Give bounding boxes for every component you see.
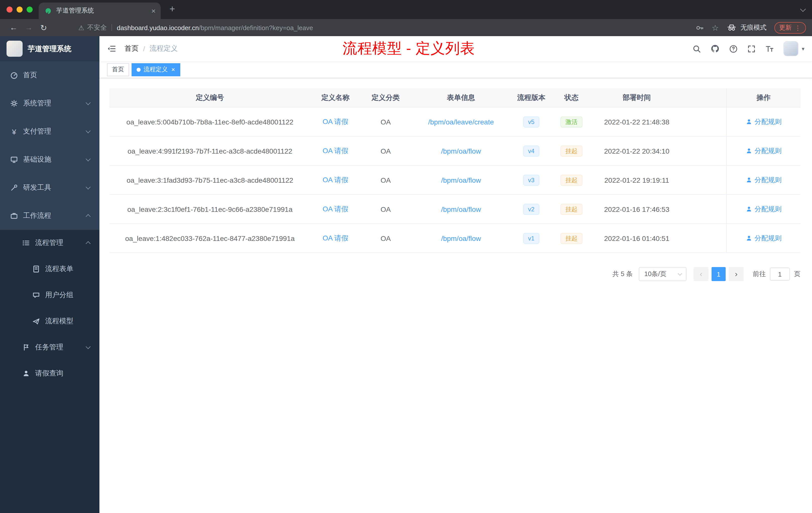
tab-search-chevron-icon[interactable] — [800, 6, 806, 12]
prev-page-button[interactable]: ‹ — [694, 267, 708, 281]
window-minimize-button[interactable] — [17, 6, 23, 12]
window-zoom-button[interactable] — [27, 6, 33, 12]
incognito-label: 无痕模式 — [741, 23, 766, 32]
user-icon — [746, 118, 752, 125]
assign-rule-link[interactable]: 分配规则 — [746, 234, 782, 243]
hamburger-icon[interactable] — [107, 44, 116, 53]
sidebar-item-workflow[interactable]: 工作流程 — [0, 202, 99, 230]
address-bar[interactable]: ⚠ 不安全 dashboard.yudao.iocoder.cn /bpm/ma… — [78, 23, 690, 32]
sidebar-item-task-mgmt[interactable]: 任务管理 — [0, 334, 99, 360]
column-header: 部署时间 — [591, 93, 682, 102]
version-badge: v3 — [523, 175, 539, 185]
definition-name-link[interactable]: OA 请假 — [323, 175, 348, 183]
form-link[interactable]: /bpm/oa/leave/create — [428, 118, 494, 126]
bookmark-star-icon[interactable]: ☆ — [712, 23, 719, 32]
assign-rule-link[interactable]: 分配规则 — [746, 205, 782, 214]
sidebar-item-system[interactable]: 系统管理 — [0, 89, 99, 117]
tag-active-dot — [137, 67, 141, 71]
sidebar-item-label: 流程表单 — [45, 265, 73, 274]
sidebar-item-process-form[interactable]: 流程表单 — [0, 256, 99, 282]
page-size-select[interactable]: 10条/页 — [639, 267, 687, 281]
form-link[interactable]: /bpm/oa/flow — [441, 234, 481, 242]
window-close-button[interactable] — [6, 6, 12, 12]
new-tab-button[interactable]: + — [166, 3, 179, 14]
tag-close-icon[interactable]: × — [171, 66, 175, 73]
sidebar-item-label: 请假查询 — [35, 369, 63, 378]
chevron-down-icon — [678, 271, 682, 276]
form-link[interactable]: /bpm/oa/flow — [441, 176, 481, 184]
url-divider — [111, 24, 112, 31]
sidebar-item-payment[interactable]: ¥ 支付管理 — [0, 117, 99, 146]
app: 芋道管理系统 首页 系统管理 ¥ 支付管理 — [0, 36, 812, 513]
update-label: 更新 — [779, 23, 792, 32]
navbar-right-cluster: ▾ — [693, 41, 805, 56]
gear-icon — [10, 99, 18, 108]
sidebar-item-process-model[interactable]: 流程模型 — [0, 308, 99, 334]
sidebar-item-label: 工作流程 — [23, 211, 51, 220]
page-content: 定义编号 定义名称 定义分类 表单信息 流程版本 状态 部署时间 操作 oa_l… — [99, 78, 812, 513]
search-icon[interactable] — [693, 44, 701, 53]
sidebar-item-label: 支付管理 — [23, 127, 51, 136]
form-link[interactable]: /bpm/oa/flow — [441, 205, 481, 213]
next-page-button[interactable]: › — [729, 267, 744, 281]
sidebar-item-leave-query[interactable]: 请假查询 — [0, 360, 99, 387]
definition-name-link[interactable]: OA 请假 — [323, 205, 348, 213]
tag-home[interactable]: 首页 — [107, 63, 129, 76]
incognito-badge: 无痕模式 — [726, 23, 766, 33]
forward-button[interactable]: → — [21, 23, 36, 32]
avatar[interactable] — [784, 41, 799, 56]
briefcase-icon — [10, 212, 18, 220]
tag-process-definition[interactable]: 流程定义 × — [132, 63, 180, 76]
sidebar-item-home[interactable]: 首页 — [0, 61, 99, 89]
assign-rule-label: 分配规则 — [754, 234, 782, 243]
update-button[interactable]: 更新 ⋮ — [774, 22, 806, 33]
tab-close-icon[interactable]: × — [151, 7, 156, 14]
tab-strip: 芋道管理系统 × + — [0, 0, 812, 19]
table-row: oa_leave:5:004b710b-7b8a-11ec-8ef0-acde4… — [110, 108, 801, 137]
help-icon[interactable] — [729, 44, 738, 53]
column-header: 定义编号 — [110, 93, 310, 102]
sidebar-item-infrastructure[interactable]: 基础设施 — [0, 146, 99, 174]
definition-id: oa_leave:2:3c1f0ef1-76b1-11ec-9c66-a2380… — [110, 205, 310, 213]
chevron-down-icon — [86, 344, 91, 349]
breadcrumb-separator: / — [143, 45, 145, 53]
pagination: 共 5 条 10条/页 ‹ 1 › 前往 页 — [110, 267, 801, 281]
definition-category: OA — [360, 147, 411, 155]
logo-avatar — [6, 41, 23, 57]
browser-menu-icon[interactable]: ⋮ — [795, 24, 801, 31]
version-badge: v5 — [523, 116, 539, 127]
github-icon[interactable] — [711, 44, 720, 53]
page-number-button[interactable]: 1 — [712, 267, 726, 281]
sidebar-item-user-group[interactable]: 用户分组 — [0, 282, 99, 308]
page-jump-input[interactable] — [770, 268, 790, 280]
assign-rule-link[interactable]: 分配规则 — [746, 175, 782, 184]
sidebar-item-devtools[interactable]: 研发工具 — [0, 174, 99, 202]
sidebar-item-label: 基础设施 — [23, 155, 51, 164]
browser-tab[interactable]: 芋道管理系统 × — [39, 2, 161, 19]
key-icon[interactable] — [696, 23, 704, 32]
assign-rule-link[interactable]: 分配规则 — [746, 146, 782, 155]
font-size-icon[interactable] — [765, 44, 774, 53]
reload-button[interactable]: ↻ — [36, 23, 51, 32]
deploy-time: 2022-01-16 17:46:53 — [591, 205, 682, 213]
back-button[interactable]: ← — [6, 23, 21, 32]
breadcrumb-home[interactable]: 首页 — [124, 44, 139, 53]
definition-category: OA — [360, 176, 411, 184]
operation-cell: 分配规则 — [726, 137, 801, 165]
definition-name-link[interactable]: OA 请假 — [323, 146, 348, 154]
form-link[interactable]: /bpm/oa/flow — [441, 147, 481, 155]
definition-name-link[interactable]: OA 请假 — [323, 117, 348, 125]
operation-cell: 分配规则 — [726, 165, 801, 194]
sidebar-item-process-mgmt[interactable]: 流程管理 — [0, 230, 99, 256]
user-menu[interactable]: ▾ — [784, 41, 805, 56]
toolbar-right-cluster: ☆ 无痕模式 更新 ⋮ — [696, 22, 806, 33]
user-icon — [746, 177, 752, 183]
fullscreen-icon[interactable] — [748, 44, 756, 53]
goto-label: 前往 — [753, 270, 766, 279]
assign-rule-link[interactable]: 分配规则 — [746, 117, 782, 126]
sidebar-item-label: 任务管理 — [35, 343, 63, 352]
person-icon — [22, 369, 30, 378]
column-header: 定义名称 — [310, 93, 360, 102]
user-icon — [746, 235, 752, 241]
definition-name-link[interactable]: OA 请假 — [323, 234, 348, 242]
